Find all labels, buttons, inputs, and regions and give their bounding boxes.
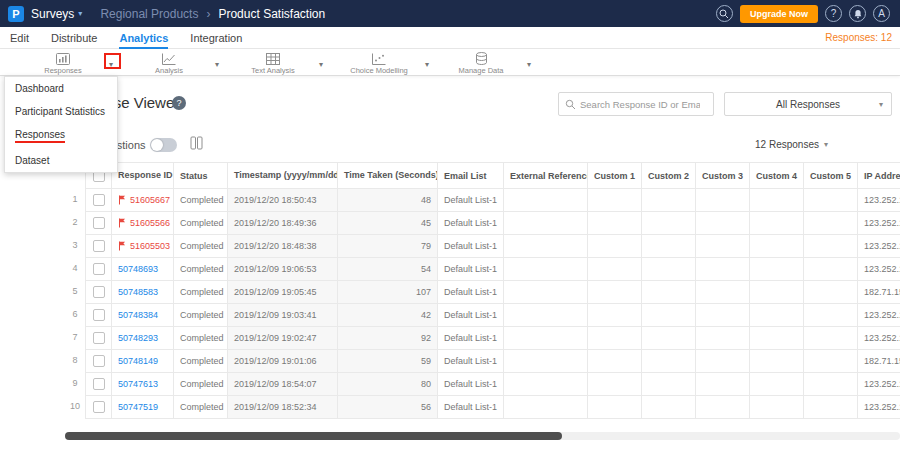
toolbar-choice-modelling[interactable]: Choice Modelling ▾: [343, 49, 429, 76]
table-header-row: Response ID▲▼StatusTimestamp (yyyy/mm/dd…: [86, 163, 900, 189]
menu-item-responses[interactable]: Responses: [5, 123, 117, 149]
timestamp-cell: 2019/12/09 18:52:34: [228, 396, 338, 419]
timestamp-cell: 2019/12/09 19:05:45: [228, 281, 338, 304]
row-checkbox[interactable]: [93, 309, 105, 321]
menu-item-dataset[interactable]: Dataset: [5, 149, 117, 172]
row-number: 3: [65, 234, 85, 257]
custom-3-cell: [696, 396, 750, 419]
row-checkbox[interactable]: [93, 355, 105, 367]
toolbar-manage-data[interactable]: Manage Data ▾: [445, 49, 531, 76]
toolbar-text-analysis-label: Text Analysis: [251, 66, 294, 75]
time-taken-cell: 54: [338, 258, 438, 281]
manage-data-dropdown-caret[interactable]: ▾: [527, 57, 531, 69]
column-header: IP Address: [858, 163, 900, 189]
ip-address-cell: 123.252.19: [858, 373, 900, 396]
answered-questions-toggle[interactable]: [150, 138, 177, 152]
column-header: External Reference: [504, 163, 588, 189]
ip-address-cell: 182.71.153: [858, 281, 900, 304]
responses-count-dropdown[interactable]: 12 Responses ▾: [755, 139, 828, 150]
response-id-link[interactable]: 50748384: [118, 310, 158, 320]
app-logo[interactable]: P: [8, 6, 24, 22]
email-list-cell: Default List-1: [438, 258, 504, 281]
upgrade-button[interactable]: Upgrade Now: [740, 5, 818, 23]
timestamp-cell: 2019/12/20 18:49:36: [228, 212, 338, 235]
external-reference-cell: [504, 189, 588, 212]
menu-item-participant-statistics[interactable]: Participant Statistics: [5, 100, 117, 123]
response-id-link[interactable]: 50748583: [118, 287, 158, 297]
custom-3-cell: [696, 189, 750, 212]
row-checkbox[interactable]: [93, 286, 105, 298]
toolbar-responses[interactable]: Responses ▾: [27, 49, 113, 76]
toolbar-responses-label: Responses: [44, 66, 82, 75]
row-checkbox[interactable]: [93, 263, 105, 275]
response-id-link[interactable]: 50748693: [118, 264, 158, 274]
breadcrumb-parent[interactable]: Regional Products: [100, 7, 198, 21]
custom-3-cell: [696, 235, 750, 258]
search-button[interactable]: [716, 5, 733, 22]
scrollbar-thumb[interactable]: [65, 432, 562, 440]
custom-1-cell: [588, 212, 642, 235]
column-settings-button[interactable]: [190, 136, 203, 150]
column-header: Custom 1: [588, 163, 642, 189]
tab-distribute[interactable]: Distribute: [51, 27, 97, 49]
tab-edit[interactable]: Edit: [10, 27, 29, 49]
custom-1-cell: [588, 373, 642, 396]
tab-analytics[interactable]: Analytics: [119, 27, 168, 49]
choice-modelling-dropdown-caret[interactable]: ▾: [425, 57, 429, 69]
row-checkbox[interactable]: [93, 240, 105, 252]
text-analysis-dropdown-caret[interactable]: ▾: [319, 57, 323, 69]
chevron-down-icon: ▾: [78, 9, 82, 18]
custom-1-cell: [588, 281, 642, 304]
table-row: 50747613Completed2019/12/09 18:54:0780De…: [86, 373, 900, 396]
search-input[interactable]: [580, 99, 700, 110]
row-checkbox[interactable]: [93, 217, 105, 229]
bar-chart-icon: [56, 53, 70, 65]
flag-icon: [118, 241, 126, 251]
row-checkbox[interactable]: [93, 378, 105, 390]
row-number: 4: [65, 257, 85, 280]
response-id-cell: 50748384: [112, 304, 174, 327]
response-id-link[interactable]: 50747519: [118, 402, 158, 412]
column-header: Custom 3: [696, 163, 750, 189]
toolbar-text-analysis[interactable]: Text Analysis ▾: [237, 49, 323, 76]
avatar[interactable]: A: [873, 5, 890, 22]
tab-integration[interactable]: Integration: [190, 27, 242, 49]
response-id-link[interactable]: 50747613: [118, 379, 158, 389]
custom-3-cell: [696, 258, 750, 281]
row-checkbox[interactable]: [93, 401, 105, 413]
flag-icon: [118, 218, 126, 228]
response-filter-select[interactable]: All Responses ▾: [724, 92, 892, 116]
column-header[interactable]: Response ID▲▼: [112, 163, 174, 189]
response-id-link[interactable]: 51605667: [130, 195, 170, 205]
product-switcher[interactable]: Surveys ▾: [31, 7, 82, 21]
toolbar-analysis[interactable]: Analysis ▾: [133, 49, 219, 76]
row-checkbox[interactable]: [93, 194, 105, 206]
horizontal-scrollbar[interactable]: [65, 432, 900, 440]
response-id-link[interactable]: 51605503: [130, 241, 170, 251]
column-header[interactable]: Time Taken (Seconds)▲▼: [338, 163, 438, 189]
email-list-cell: Default List-1: [438, 189, 504, 212]
notifications-button[interactable]: [849, 5, 866, 22]
menu-item-dashboard[interactable]: Dashboard: [5, 77, 117, 100]
custom-5-cell: [804, 258, 858, 281]
help-icon[interactable]: ?: [172, 96, 186, 110]
custom-3-cell: [696, 350, 750, 373]
custom-5-cell: [804, 327, 858, 350]
email-list-cell: Default List-1: [438, 350, 504, 373]
column-header[interactable]: Timestamp (yyyy/mm/dd)▲▼: [228, 163, 338, 189]
help-button[interactable]: ?: [825, 5, 842, 22]
response-id-link[interactable]: 51605566: [130, 218, 170, 228]
response-id-link[interactable]: 50748149: [118, 356, 158, 366]
custom-4-cell: [750, 212, 804, 235]
custom-1-cell: [588, 396, 642, 419]
table-row: 51605503Completed2019/12/20 18:48:3879De…: [86, 235, 900, 258]
breadcrumb: Regional Products › Product Satisfaction: [100, 7, 325, 21]
row-checkbox[interactable]: [93, 332, 105, 344]
analysis-dropdown-caret[interactable]: ▾: [215, 57, 219, 69]
response-id-link[interactable]: 50748293: [118, 333, 158, 343]
response-id-cell: 51605667: [112, 189, 174, 212]
toolbar-analysis-label: Analysis: [155, 66, 183, 75]
custom-5-cell: [804, 304, 858, 327]
custom-5-cell: [804, 281, 858, 304]
custom-4-cell: [750, 350, 804, 373]
